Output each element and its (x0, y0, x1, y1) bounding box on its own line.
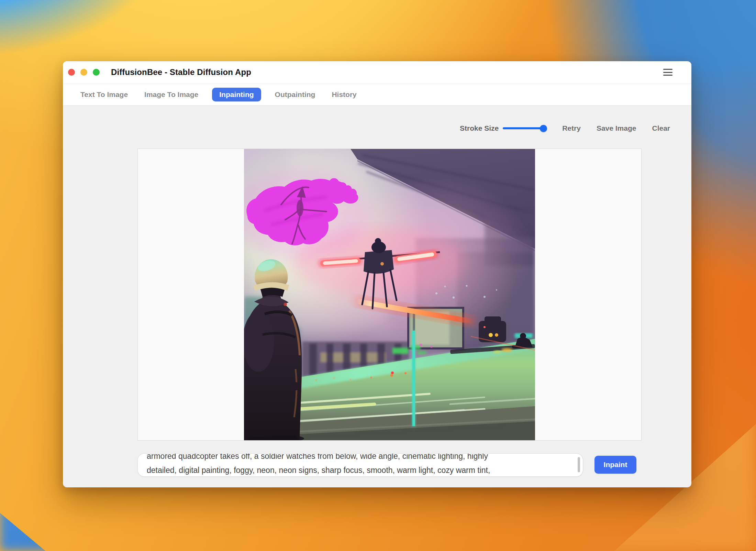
stroke-size-slider[interactable] (503, 125, 546, 132)
hamburger-menu-icon[interactable] (663, 69, 672, 76)
canvas-image[interactable] (244, 149, 535, 440)
app-window: DiffusionBee - Stable Diffusion App Text… (63, 61, 691, 487)
minimize-button[interactable] (80, 69, 87, 76)
canvas-toolbar: Stroke Size Retry Save Image Clear (460, 124, 670, 132)
generated-image (244, 149, 535, 440)
traffic-lights (68, 69, 100, 76)
prompt-scrollbar[interactable] (578, 457, 580, 472)
tab-outpainting[interactable]: Outpainting (275, 90, 315, 99)
desktop: DiffusionBee - Stable Diffusion App Text… (0, 0, 756, 551)
clear-button[interactable]: Clear (652, 124, 670, 132)
close-button[interactable] (68, 69, 75, 76)
window-title: DiffusionBee - Stable Diffusion App (111, 67, 251, 77)
stroke-size-label: Stroke Size (460, 124, 499, 132)
titlebar: DiffusionBee - Stable Diffusion App (63, 61, 691, 83)
inpaint-button[interactable]: Inpaint (594, 456, 636, 474)
tab-history[interactable]: History (332, 90, 356, 99)
inpainting-canvas[interactable] (137, 149, 642, 441)
tab-inpainting[interactable]: Inpainting (212, 88, 261, 101)
save-image-button[interactable]: Save Image (597, 124, 636, 132)
tab-bar: Text To Image Image To Image Inpainting … (63, 83, 691, 106)
zoom-button[interactable] (93, 69, 100, 76)
slider-thumb[interactable] (540, 125, 547, 132)
prompt-text: armored quadcopter takes off, a soldier … (138, 453, 583, 477)
retry-button[interactable]: Retry (562, 124, 581, 132)
tab-text-to-image[interactable]: Text To Image (80, 90, 128, 99)
prompt-line-1: armored quadcopter takes off, a soldier … (147, 453, 568, 463)
stroke-size-control: Stroke Size (460, 124, 546, 132)
tab-image-to-image[interactable]: Image To Image (144, 90, 198, 99)
prompt-input[interactable]: armored quadcopter takes off, a soldier … (137, 453, 583, 477)
prompt-line-2: detailed, digital painting, foggy, neon,… (147, 463, 568, 477)
